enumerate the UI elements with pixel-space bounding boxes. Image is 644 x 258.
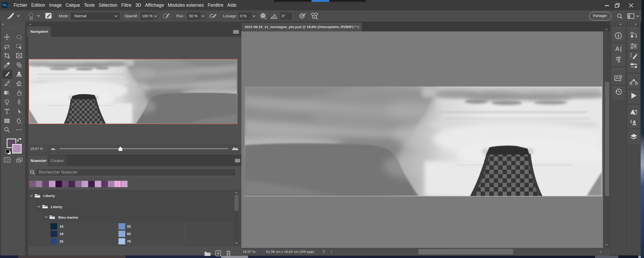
svg-text:A: A bbox=[615, 46, 620, 52]
